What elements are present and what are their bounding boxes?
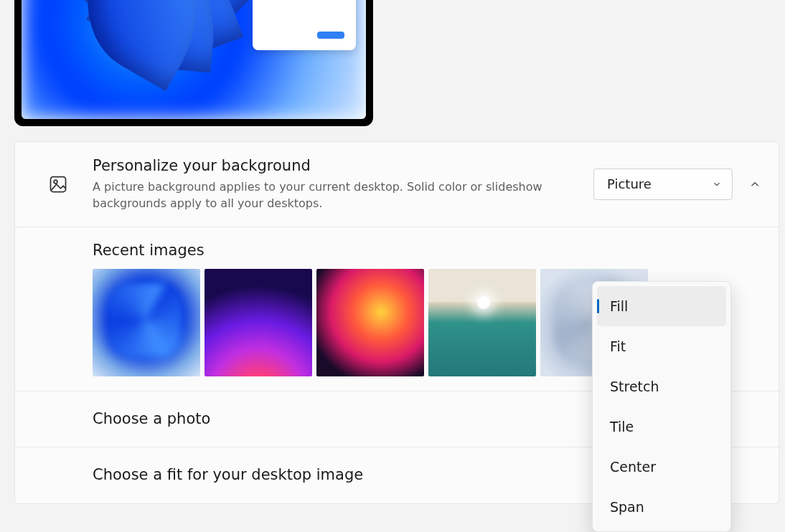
recent-image-2[interactable] — [205, 269, 312, 376]
desktop-preview-inner — [22, 0, 366, 119]
recent-images-thumbs — [93, 269, 648, 376]
choose-fit-title: Choose a fit for your desktop image — [93, 465, 363, 485]
choose-photo-title: Choose a photo — [93, 409, 210, 429]
background-type-value: Picture — [607, 176, 652, 191]
row-personalize-background: Personalize your background A picture ba… — [15, 142, 779, 227]
recent-image-3[interactable] — [316, 269, 424, 376]
personalize-title: Personalize your background — [93, 156, 593, 176]
fit-option-stretch[interactable]: Stretch — [597, 366, 726, 407]
picture-icon — [48, 174, 68, 194]
fit-option-fit[interactable]: Fit — [597, 326, 726, 366]
svg-point-1 — [54, 180, 57, 184]
desktop-preview — [14, 0, 373, 126]
fit-option-span[interactable]: Span — [597, 487, 726, 527]
fit-options-flyout: Fill Fit Stretch Tile Center Span — [592, 281, 731, 532]
svg-rect-0 — [51, 176, 66, 191]
fit-option-tile[interactable]: Tile — [597, 407, 726, 447]
fit-option-center[interactable]: Center — [597, 447, 726, 487]
collapse-chevron-up-icon[interactable] — [748, 178, 761, 191]
recent-image-4[interactable] — [428, 269, 536, 376]
preview-widget-card — [253, 0, 356, 50]
fit-option-fill[interactable]: Fill — [597, 286, 726, 326]
recent-image-1[interactable] — [93, 269, 200, 376]
recent-images-title: Recent images — [93, 242, 205, 259]
chevron-down-icon — [712, 179, 722, 189]
background-type-dropdown[interactable]: Picture — [593, 168, 733, 200]
personalize-desc: A picture background applies to your cur… — [93, 179, 552, 212]
